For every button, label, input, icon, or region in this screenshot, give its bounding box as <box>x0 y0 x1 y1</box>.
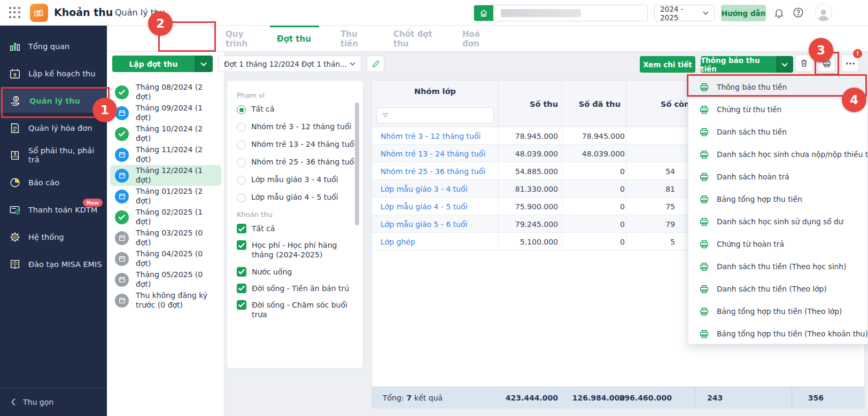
sidebar-item-8[interactable]: Hệ thống <box>0 225 107 249</box>
print-menu-item-7[interactable]: Danh sách học sinh sử dụng số dư <box>688 210 867 233</box>
sidebar-item-5[interactable]: $Sổ phải thu, phải trả <box>0 144 107 167</box>
create-period-label: Lập đợt thu <box>112 56 195 72</box>
funnel-icon <box>382 112 389 119</box>
book-dollar-icon: $ <box>9 150 21 161</box>
period-select-value: Đợt 1 tháng 12/2024 Đợt 1 thán... <box>224 60 347 68</box>
month-item-2[interactable]: Tháng 09/2024 (1 đợt) <box>110 103 221 123</box>
footer-col5-total: 243 <box>707 387 723 409</box>
printer-icon <box>699 262 709 272</box>
tab-2[interactable]: Đợt thu <box>265 26 323 52</box>
sidebar-item-4[interactable]: Quản lý hóa đơn <box>0 116 107 140</box>
print-menu-item-10[interactable]: Danh sách thu tiền (Theo lớp) <box>688 278 867 300</box>
so-con-value: 75 <box>626 198 675 215</box>
scope-radio-4[interactable]: Nhóm trẻ 25 - 36 tháng tuổi <box>237 158 356 167</box>
class-group-link[interactable]: Lớp ghép <box>381 233 415 250</box>
period-select[interactable]: Đợt 1 tháng 12/2024 Đợt 1 thán... <box>218 56 361 72</box>
school-selector[interactable] <box>474 5 648 21</box>
tab-3[interactable]: Thu tiền <box>340 26 374 52</box>
month-item-6[interactable]: Tháng 01/2025 (2 đợt) <box>110 186 221 207</box>
fee-checkbox-5[interactable]: Đời sống - Chăm sóc buổi trưa <box>237 300 356 319</box>
print-menu-item-8[interactable]: Chứng từ hoàn trả <box>688 233 867 255</box>
scope-radio-6[interactable]: Lớp mẫu giáo 4 - 5 tuổi <box>237 193 356 202</box>
help-circle-icon[interactable] <box>793 7 804 18</box>
so-thu-value: 81.330.000 <box>498 180 558 198</box>
print-menu-item-9[interactable]: Danh sách thu tiền (Theo học sinh) <box>688 255 867 278</box>
notifications-bell-icon[interactable] <box>773 7 785 19</box>
so-thu-value: 54.885.000 <box>498 162 558 180</box>
fee-checkbox-2[interactable]: Học phí - Học phí hàng tháng (2024-2025) <box>237 240 356 260</box>
col-nhom-lop[interactable]: Nhóm lớp <box>372 87 498 96</box>
print-menu-item-2[interactable]: Chứng từ thu tiền <box>688 98 867 121</box>
so-thu-value: 79.245.000 <box>498 215 558 233</box>
tab-5[interactable]: Hoá đơn <box>462 26 497 52</box>
calendar-blue-icon <box>115 148 129 162</box>
scope-option-label: Nhóm trẻ 25 - 36 tháng tuổi <box>251 158 356 166</box>
app-grid-icon[interactable] <box>9 7 21 19</box>
create-period-dropdown[interactable] <box>195 56 213 72</box>
so-thu-value: 5.100.000 <box>498 233 558 250</box>
month-item-1[interactable]: Tháng 08/2024 (2 đợt) <box>110 82 221 103</box>
calendar-gray-icon <box>115 294 129 308</box>
class-group-filter-input[interactable] <box>377 107 494 123</box>
scope-radio-5[interactable]: Lớp mẫu giáo 3 - 4 tuổi <box>237 175 356 185</box>
month-item-10[interactable]: Tháng 05/2025 (0 đợt) <box>110 269 221 290</box>
month-item-8[interactable]: Tháng 03/2025 (0 đợt) <box>110 227 221 248</box>
month-item-7[interactable]: Tháng 02/2025 (1 đợt) <box>110 207 221 227</box>
sidebar-item-2[interactable]: $Lập kế hoạch thu <box>0 62 107 85</box>
sidebar-item-label: Sổ phải thu, phải trả <box>28 146 103 164</box>
month-item-5[interactable]: Tháng 12/2024 (1 đợt) <box>110 165 221 186</box>
col-so-thu[interactable]: Số thu <box>498 100 558 108</box>
col-so-da-thu[interactable]: Số đã thu <box>562 100 621 108</box>
print-menu-item-label: Danh sách thu tiền (Theo học sinh) <box>717 262 846 271</box>
check-icon <box>115 127 129 141</box>
sidebar-item-1[interactable]: Tổng quan <box>0 35 107 58</box>
print-menu-item-6[interactable]: Bảng tổng hợp thu tiền <box>688 188 867 210</box>
scope-radio-1[interactable]: Tất cả <box>237 105 356 114</box>
month-item-11[interactable]: Thu không đăng ký trước (0 đợt) <box>110 290 221 311</box>
sidebar-item-6[interactable]: Báo cáo <box>0 171 107 194</box>
print-menu-item-label: Danh sách hoàn trả <box>717 172 789 181</box>
sidebar-item-9[interactable]: Đào tạo MISA EMIS <box>0 253 107 276</box>
filter-scrollbar[interactable] <box>355 103 359 225</box>
view-detail-button[interactable]: Xem chi tiết <box>640 56 695 73</box>
class-group-link[interactable]: Nhóm trẻ 25 - 36 tháng tuổi <box>381 162 485 180</box>
create-period-split-button[interactable]: Lập đợt thu <box>112 56 213 72</box>
scope-radio-3[interactable]: Nhóm trẻ 13 - 24 tháng tuổi <box>237 140 356 150</box>
notify-collect-split-button[interactable]: Thông báo thu tiền <box>701 56 793 73</box>
class-group-link[interactable]: Lớp mẫu giáo 5 - 6 tuổi <box>381 215 468 233</box>
sidebar-item-7[interactable]: Thanh toán KDTMNew <box>0 198 107 222</box>
fee-label: Khoản thu <box>237 210 356 218</box>
notify-collect-dropdown[interactable] <box>776 56 793 73</box>
printer-icon <box>699 329 709 339</box>
fee-checkbox-3[interactable]: Nước uống <box>237 267 356 277</box>
help-guide-button[interactable]: Hướng dẫn <box>721 5 766 21</box>
print-menu-item-4[interactable]: Danh sách học sinh chưa nộp/nộp thiếu ti… <box>688 143 867 166</box>
month-item-4[interactable]: Tháng 11/2024 (2 đợt) <box>110 144 221 165</box>
print-menu-item-5[interactable]: Danh sách hoàn trả <box>688 166 867 188</box>
scope-radio-2[interactable]: Nhóm trẻ 3 - 12 tháng tuổi <box>237 122 356 132</box>
page-title: Khoản thu <box>54 6 113 18</box>
print-menu-item-3[interactable]: Danh sách thu tiền <box>688 121 867 143</box>
print-menu-item-label: Danh sách thu tiền (Theo lớp) <box>717 285 827 293</box>
print-menu-item-11[interactable]: Bảng tổng hợp thu tiền (Theo lớp) <box>688 300 867 323</box>
calendar-gray-icon <box>115 252 129 266</box>
school-year-select[interactable]: 2024 - 2025 <box>654 5 715 21</box>
fee-checkbox-4[interactable]: Đời sống - Tiền ăn bán trú <box>237 284 356 293</box>
tab-4[interactable]: Chốt đợt thu <box>393 26 443 52</box>
sidebar-collapse-button[interactable]: Thu gọn <box>0 388 107 416</box>
class-group-link[interactable]: Lớp mẫu giáo 4 - 5 tuổi <box>381 198 468 215</box>
sidebar-item-label: Đào tạo MISA EMIS <box>28 260 102 269</box>
alert-badge: ! <box>853 49 862 58</box>
tab-1[interactable]: Quy trình <box>226 26 261 52</box>
fee-checkbox-1[interactable]: Tất cả <box>237 224 356 233</box>
class-group-link[interactable]: Nhóm trẻ 13 - 24 tháng tuổi <box>381 145 485 162</box>
month-item-3[interactable]: Tháng 10/2024 (2 đợt) <box>110 123 221 144</box>
edit-period-button[interactable] <box>367 56 384 72</box>
school-name-redacted <box>501 9 581 17</box>
fee-option-label: Học phí - Học phí hàng tháng (2024-2025) <box>252 240 356 260</box>
class-group-link[interactable]: Lớp mẫu giáo 3 - 4 tuổi <box>381 180 468 198</box>
month-item-9[interactable]: Tháng 04/2025 (0 đợt) <box>110 248 221 269</box>
user-avatar[interactable] <box>815 4 832 21</box>
class-group-link[interactable]: Nhóm trẻ 3 - 12 tháng tuổi <box>381 127 480 145</box>
print-menu-item-12[interactable]: Bảng tổng hợp thu tiền (Theo khoản thu) <box>688 323 867 345</box>
